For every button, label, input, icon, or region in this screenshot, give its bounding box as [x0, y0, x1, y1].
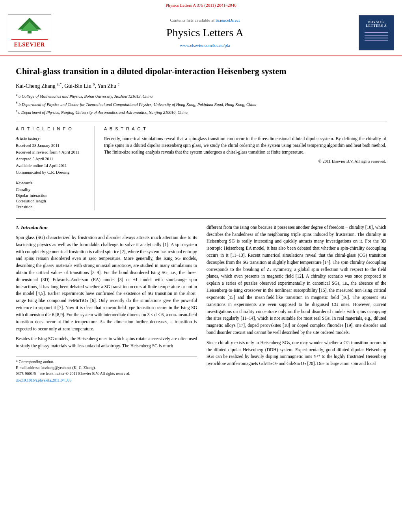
- body-right-column: different from the Ising one because it …: [207, 224, 386, 383]
- authors-line: Kai-Cheng Zhang a,*, Gui-Bin Liu b, Yan …: [16, 82, 386, 90]
- copyright-notice: © 2011 Elsevier B.V. All rights reserved…: [104, 159, 386, 165]
- keywords-list: Chirality Dipolar-interaction Correlatio…: [16, 187, 88, 210]
- affiliation-b: b b Department of Physics and Center for…: [16, 100, 386, 108]
- info-abstract-section: A R T I C L E I N F O Article history: R…: [16, 122, 386, 210]
- abstract-header: A B S T R A C T: [104, 126, 386, 132]
- sciencedirect-label: Contents lists available at ScienceDirec…: [59, 17, 351, 23]
- sciencedirect-link[interactable]: ScienceDirect: [216, 18, 240, 22]
- journal-header: ELSEVIER Contents lists available at Sci…: [0, 10, 402, 56]
- banner-text: Physics Letters A 375 (2011) 2041–2046: [166, 3, 236, 7]
- keyword-correlation: Correlation length: [16, 198, 88, 204]
- intro-para-1: Spin glass (SG) characterized by frustra…: [16, 234, 197, 332]
- abstract-text: Recently, numerical simulations reveal t…: [104, 135, 386, 156]
- keyword-dipolar: Dipolar-interaction: [16, 193, 88, 199]
- email-address: E-mail address: kczhang@yeah.net (K.-C. …: [16, 365, 197, 371]
- corresponding-author: * Corresponding author.: [16, 359, 197, 365]
- keywords-section: Keywords: Chirality Dipolar-interaction …: [16, 180, 88, 210]
- issn-line: 0375-9601/$ – see front matter © 2011 El…: [16, 371, 197, 376]
- doi-line: doi:10.1016/j.physleta.2011.04.005: [16, 377, 197, 383]
- affiliations: a a College of Mathematics and Physics, …: [16, 92, 386, 115]
- top-banner: Physics Letters A 375 (2011) 2041–2046: [0, 0, 402, 10]
- keyword-chirality: Chirality: [16, 187, 88, 193]
- article-info-column: A R T I C L E I N F O Article history: R…: [16, 126, 95, 210]
- elsevier-logo: ELSEVIER: [8, 14, 51, 51]
- keywords-label: Keywords:: [16, 180, 88, 186]
- article-history: Article history: Received 28 January 201…: [16, 135, 88, 176]
- intro-heading: 1. Introduction: [16, 224, 197, 231]
- pla-logo: PHYSICS LETTERS A: [359, 15, 394, 50]
- section-divider: [16, 218, 386, 219]
- keyword-transition: Transition: [16, 204, 88, 210]
- affiliation-a: a a College of Mathematics and Physics, …: [16, 92, 386, 99]
- right-para-2: Since chirality exists only in Heisenber…: [207, 339, 386, 367]
- body-left-column: 1. Introduction Spin glass (SG) characte…: [16, 224, 197, 383]
- revised-date: Received in revised form 4 April 2011: [16, 149, 88, 156]
- journal-title-header: Physics Letters A: [59, 25, 351, 40]
- received-date: Received 28 January 2011: [16, 143, 88, 149]
- body-section: 1. Introduction Spin glass (SG) characte…: [16, 224, 386, 383]
- affiliation-c: c c Department of Physics, Nanjing Unive…: [16, 108, 386, 115]
- article-title: Chiral-glass transition in a diluted dip…: [16, 66, 386, 77]
- history-label: Article history:: [16, 135, 88, 142]
- accepted-date: Accepted 5 April 2011: [16, 156, 88, 163]
- pla-logo-lines: [365, 30, 388, 45]
- header-center: Contents lists available at ScienceDirec…: [59, 17, 351, 49]
- pla-logo-title: PHYSICS LETTERS A: [361, 20, 392, 28]
- abstract-column: A B S T R A C T Recently, numerical simu…: [104, 126, 386, 210]
- available-date: Available online 14 April 2011: [16, 163, 88, 169]
- intro-para-2: Besides the Ising SG models, the Heisenb…: [16, 336, 197, 350]
- article-info-header: A R T I C L E I N F O: [16, 126, 88, 132]
- elsevier-tree-icon: [14, 17, 45, 37]
- footnote-section: * Corresponding author. E-mail address: …: [16, 356, 197, 383]
- right-para-1: different from the Ising one because it …: [207, 224, 386, 336]
- journal-url: www.elsevier.com/locate/pla: [59, 43, 351, 48]
- elsevier-brand: ELSEVIER: [11, 39, 48, 49]
- communicated-by: Communicated by C.R. Doering: [16, 169, 88, 176]
